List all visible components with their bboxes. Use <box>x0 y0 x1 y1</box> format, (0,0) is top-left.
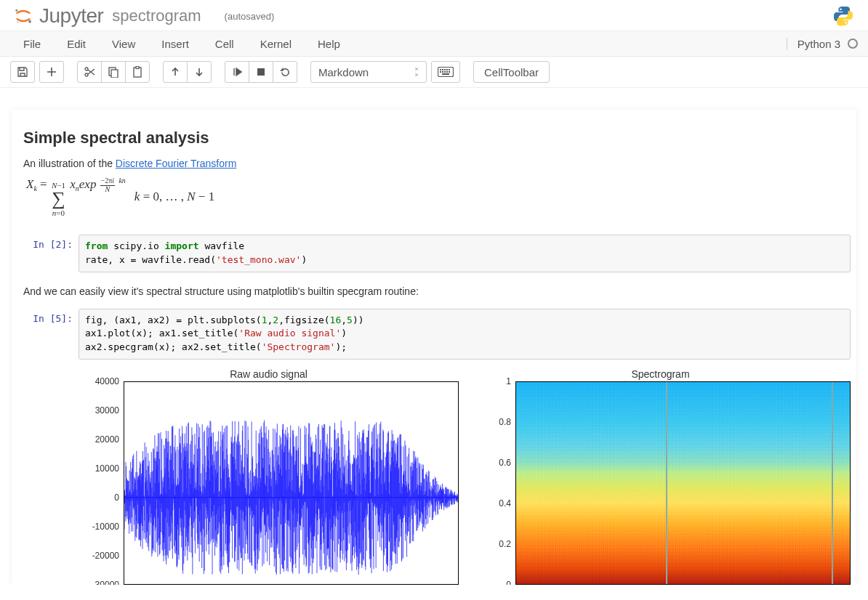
svg-rect-21 <box>442 73 449 75</box>
move-down-button[interactable] <box>187 61 212 83</box>
save-icon <box>17 66 28 78</box>
command-palette-button[interactable] <box>431 61 460 83</box>
autosave-status: (autosaved) <box>225 11 275 22</box>
kernel-name: Python 3 <box>797 38 840 50</box>
svg-rect-15 <box>449 69 450 70</box>
menu-help[interactable]: Help <box>305 32 353 56</box>
notebook-name[interactable]: spectrogram <box>112 7 201 25</box>
cut-button[interactable] <box>77 61 102 83</box>
menu-cell[interactable]: Cell <box>202 32 247 56</box>
scissors-icon <box>84 66 95 78</box>
paste-button[interactable] <box>125 61 150 83</box>
markdown-cell-mid[interactable]: And we can easily view it's spectral str… <box>17 274 851 307</box>
svg-rect-8 <box>136 67 139 69</box>
cell-type-select[interactable]: Markdown <box>310 61 427 83</box>
waveform-plot <box>124 382 458 584</box>
move-up-button[interactable] <box>163 61 188 83</box>
code-cell-2[interactable]: In [2]: from scipy.io import wavfile rat… <box>17 233 851 274</box>
run-button[interactable] <box>225 61 249 83</box>
restart-icon <box>280 67 291 78</box>
svg-point-3 <box>85 73 88 76</box>
menu-file[interactable]: File <box>10 32 54 56</box>
plot-right-title: Spectrogram <box>470 368 851 380</box>
menu-insert[interactable]: Insert <box>148 32 202 56</box>
menubar: File Edit View Insert Cell Kernel Help P… <box>0 31 868 57</box>
svg-rect-20 <box>449 71 450 73</box>
svg-rect-13 <box>444 69 446 70</box>
svg-rect-18 <box>444 71 446 73</box>
menu-edit[interactable]: Edit <box>54 32 99 56</box>
output-plots: Raw audio signal 400003000020000100000-1… <box>17 368 851 585</box>
svg-point-1 <box>28 20 31 23</box>
svg-rect-14 <box>446 69 448 70</box>
plus-icon <box>47 67 57 77</box>
dft-formula: Xk = N−1∑n=0 xnexp −2πiN kn k = 0, … , N… <box>26 177 845 217</box>
restart-kernel-button[interactable] <box>273 61 297 83</box>
markdown-cell-heading[interactable]: Simple spectral analysis An illustration… <box>17 121 851 233</box>
arrow-down-icon <box>194 67 204 77</box>
interrupt-button[interactable] <box>249 61 273 83</box>
cell-toolbar-button[interactable]: CellToolbar <box>473 61 550 83</box>
toolbar: Markdown CellToolbar <box>0 57 868 88</box>
kernel-status-idle-icon <box>848 38 858 49</box>
copy-icon <box>108 66 119 78</box>
svg-rect-6 <box>111 70 118 78</box>
svg-point-0 <box>15 9 17 12</box>
code-cell-5[interactable]: In [5]: fig, (ax1, ax2) = plt.subplots(1… <box>17 307 851 362</box>
svg-rect-11 <box>440 69 441 70</box>
prompt-in-5: In [5]: <box>17 309 79 360</box>
svg-rect-9 <box>257 68 265 76</box>
intro-paragraph: An illustration of the Discrete Fourier … <box>23 158 845 169</box>
svg-rect-19 <box>446 71 448 73</box>
menu-view[interactable]: View <box>99 32 148 56</box>
mid-paragraph: And we can easily view it's spectral str… <box>23 285 845 297</box>
keyboard-icon <box>438 67 454 77</box>
svg-rect-17 <box>442 71 443 73</box>
python-logo-icon <box>832 4 855 28</box>
paste-icon <box>132 66 143 78</box>
jupyter-logo[interactable]: Jupyter <box>13 4 103 28</box>
save-button[interactable] <box>10 61 35 83</box>
jupyter-orbit-icon <box>13 6 33 26</box>
dft-link[interactable]: Discrete Fourier Transform <box>116 158 236 169</box>
svg-rect-12 <box>442 69 443 70</box>
spectrogram-heatmap <box>516 382 850 584</box>
app-name: Jupyter <box>39 4 103 28</box>
plot-spectrogram: Spectrogram 10.80.60.40.20 <box>470 368 851 585</box>
plot-raw-audio: Raw audio signal 400003000020000100000-1… <box>79 368 459 585</box>
notebook-heading: Simple spectral analysis <box>23 129 845 147</box>
arrow-up-icon <box>170 67 180 77</box>
svg-rect-16 <box>440 71 441 73</box>
run-icon <box>232 67 242 77</box>
add-cell-button[interactable] <box>39 61 64 83</box>
svg-point-2 <box>17 21 18 23</box>
menu-kernel[interactable]: Kernel <box>247 32 305 56</box>
plot-left-title: Raw audio signal <box>79 368 459 380</box>
prompt-in-2: In [2]: <box>17 235 79 272</box>
code-in-5[interactable]: fig, (ax1, ax2) = plt.subplots(1,2,figsi… <box>79 309 851 360</box>
code-in-2[interactable]: from scipy.io import wavfile rate, x = w… <box>79 235 851 272</box>
copy-button[interactable] <box>101 61 126 83</box>
notebook: Simple spectral analysis An illustration… <box>12 110 856 585</box>
stop-icon <box>257 68 265 76</box>
svg-point-4 <box>85 68 88 70</box>
